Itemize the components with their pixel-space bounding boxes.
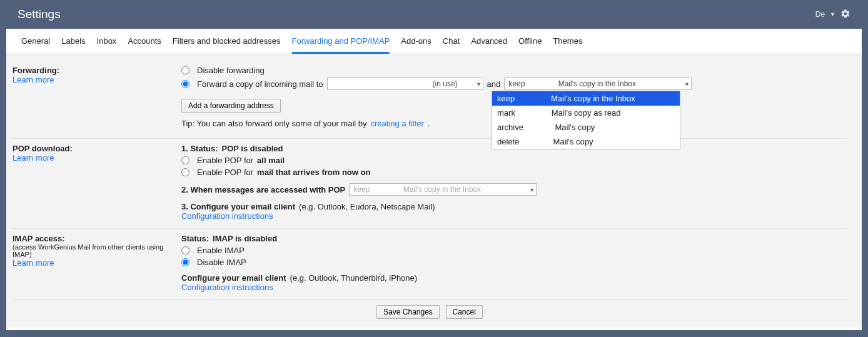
imap-title: IMAP access: bbox=[13, 234, 169, 243]
chevron-down-icon: ▾ bbox=[477, 81, 480, 88]
tab-advanced[interactable]: Advanced bbox=[471, 36, 507, 54]
tab-accounts[interactable]: Accounts bbox=[128, 36, 161, 54]
forward-address-value bbox=[331, 79, 377, 88]
pop-access-select[interactable]: keep Mail's copy in the Inbox ▾ bbox=[349, 183, 537, 196]
radio-pop-all[interactable] bbox=[181, 156, 189, 164]
imap-config-instructions[interactable]: Configuration instructions bbox=[181, 283, 273, 292]
imap-status-label: Status: bbox=[181, 234, 209, 243]
pop-configure-label: 3. Configure your email client bbox=[181, 202, 295, 211]
content-card: General Labels Inbox Accounts Filters an… bbox=[6, 29, 862, 330]
tab-labels[interactable]: Labels bbox=[61, 36, 85, 54]
cancel-button[interactable]: Cancel bbox=[446, 305, 483, 319]
section-forwarding: Forwarding: Learn more Disable forwardin… bbox=[13, 61, 847, 139]
settings-header: Settings De ▼ bbox=[0, 0, 868, 29]
forwarding-title: Forwarding: bbox=[13, 66, 169, 75]
tab-general[interactable]: General bbox=[21, 36, 50, 54]
label-pop-newmail: mail that arrives from now on bbox=[257, 168, 370, 177]
header-right: De ▼ bbox=[815, 9, 850, 21]
forward-action-dropdown: keep Mail's copy in the Inbox mark Mail'… bbox=[492, 91, 680, 149]
pop-config-instructions[interactable]: Configuration instructions bbox=[181, 211, 273, 221]
tip-suffix: . bbox=[428, 119, 430, 128]
section-imap: IMAP access: (access WorkGenius Mail fro… bbox=[13, 229, 847, 300]
radio-pop-new[interactable] bbox=[181, 168, 189, 176]
tab-chat[interactable]: Chat bbox=[443, 36, 460, 54]
save-button[interactable]: Save Changes bbox=[376, 305, 440, 319]
add-forwarding-button[interactable]: Add a forwarding address bbox=[181, 99, 281, 113]
radio-disable-forwarding[interactable] bbox=[181, 66, 189, 74]
pop-access-value: keep Mail's copy in the Inbox bbox=[353, 185, 481, 194]
dropdown-option-delete[interactable]: delete Mail's copy bbox=[492, 134, 680, 149]
radio-enable-imap[interactable] bbox=[181, 246, 189, 254]
page-title: Settings bbox=[18, 8, 61, 21]
and-label: and bbox=[487, 79, 501, 89]
label-enable-imap: Enable IMAP bbox=[197, 246, 245, 255]
chevron-down-icon: ▾ bbox=[685, 81, 689, 88]
dropdown-option-mark-read[interactable]: mark Mail's copy as read bbox=[492, 106, 680, 120]
imap-configure-label: Configure your email client bbox=[181, 273, 286, 283]
pop-configure-eg: (e.g. Outlook, Eudora, Netscape Mail) bbox=[299, 202, 435, 211]
pop-access-label: 2. When messages are accessed with POP bbox=[181, 185, 345, 194]
label-pop-prefix-1: Enable POP for bbox=[197, 156, 253, 165]
chevron-down-icon: ▾ bbox=[530, 186, 533, 193]
forward-action-value: keep Mail's copy in the Inbox bbox=[508, 79, 636, 88]
forward-action-select[interactable]: keep Mail's copy in the Inbox ▾ bbox=[504, 78, 692, 90]
user-caret-icon[interactable]: ▼ bbox=[830, 11, 835, 18]
tab-filters[interactable]: Filters and blocked addresses bbox=[173, 36, 281, 54]
radio-forward-copy[interactable] bbox=[181, 80, 189, 88]
tab-forwarding-pop-imap[interactable]: Forwarding and POP/IMAP bbox=[292, 36, 390, 54]
imap-status-value: IMAP is disabled bbox=[213, 234, 277, 243]
gear-icon[interactable] bbox=[840, 9, 850, 21]
pop-status-value: POP is disabled bbox=[222, 144, 283, 153]
tab-addons[interactable]: Add-ons bbox=[401, 36, 431, 54]
imap-configure-eg: (e.g. Outlook, Thunderbird, iPhone) bbox=[290, 273, 418, 283]
tabs-bar: General Labels Inbox Accounts Filters an… bbox=[6, 29, 862, 54]
section-pop: POP download: Learn more 1. Status: POP … bbox=[13, 139, 847, 229]
forwarding-learnmore[interactable]: Learn more bbox=[13, 75, 54, 84]
settings-body: Forwarding: Learn more Disable forwardin… bbox=[6, 54, 862, 328]
label-forward-copy: Forward a copy of incoming mail to bbox=[197, 79, 323, 89]
pop-title: POP download: bbox=[13, 144, 169, 153]
label-disable-imap: Disable IMAP bbox=[197, 258, 246, 267]
imap-subtitle: (access WorkGenius Mail from other clien… bbox=[13, 243, 169, 258]
tip-prefix: Tip: You can also forward only some of y… bbox=[181, 119, 367, 128]
pop-status-label: 1. Status: bbox=[181, 144, 218, 153]
footer-buttons: Save Changes Cancel bbox=[13, 300, 847, 319]
dropdown-option-keep[interactable]: keep Mail's copy in the Inbox bbox=[492, 91, 680, 106]
user-label[interactable]: De bbox=[815, 10, 825, 19]
tab-themes[interactable]: Themes bbox=[553, 36, 582, 54]
tab-offline[interactable]: Offline bbox=[518, 36, 542, 54]
pop-learnmore[interactable]: Learn more bbox=[13, 153, 54, 163]
label-pop-allmail: all mail bbox=[257, 156, 285, 165]
forward-address-suffix: (in use) bbox=[433, 79, 469, 88]
label-disable-forwarding: Disable forwarding bbox=[197, 66, 265, 75]
forward-address-select[interactable]: (in use) ▾ bbox=[327, 78, 483, 90]
imap-learnmore[interactable]: Learn more bbox=[13, 258, 54, 268]
creating-filter-link[interactable]: creating a filter bbox=[371, 119, 424, 128]
tab-inbox[interactable]: Inbox bbox=[97, 36, 117, 54]
radio-disable-imap[interactable] bbox=[181, 258, 189, 266]
label-pop-prefix-2: Enable POP for bbox=[197, 168, 253, 177]
dropdown-option-archive[interactable]: archive Mail's copy bbox=[492, 120, 680, 134]
